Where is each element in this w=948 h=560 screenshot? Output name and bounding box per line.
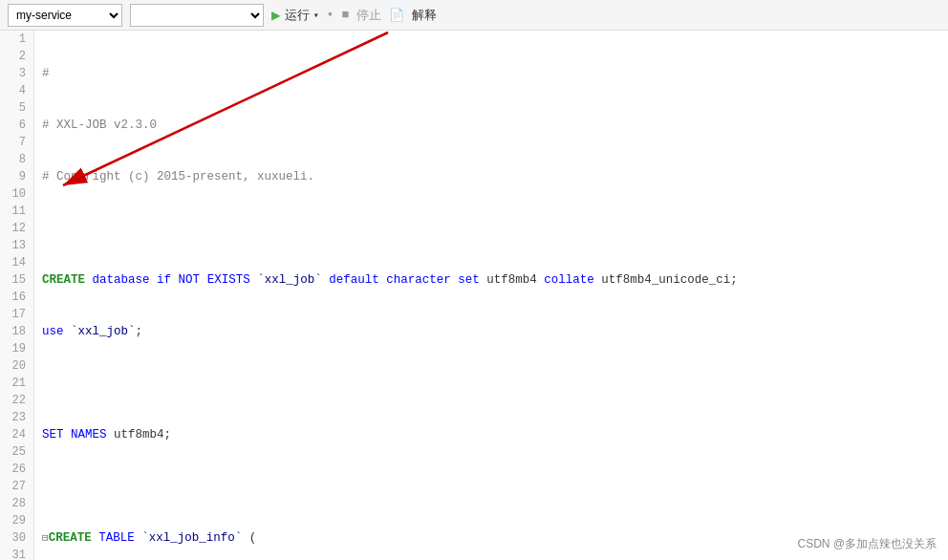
play-icon: ▶: [271, 6, 281, 25]
watermark: CSDN @多加点辣也没关系: [797, 535, 937, 552]
toolbar-sep1: ▪: [327, 8, 334, 22]
code-line-7: [42, 375, 940, 392]
code-line-1: #: [42, 65, 940, 82]
run-button[interactable]: 运行: [285, 7, 310, 24]
explain-icon: 📄: [389, 8, 404, 23]
code-line-9: [42, 478, 940, 495]
query-select[interactable]: [130, 4, 264, 27]
code-editor[interactable]: # # XXL-JOB v2.3.0 # Copyright (c) 2015-…: [34, 31, 948, 560]
code-line-5: CREATE database if NOT EXISTS `xxl_job` …: [42, 271, 940, 289]
explain-button[interactable]: 解释: [412, 7, 437, 24]
service-select[interactable]: my-service: [8, 4, 122, 27]
code-line-3: # Copyright (c) 2015-present, xuxueli.: [42, 168, 940, 185]
line-numbers: 1 2 3 4 5 6 7 8 9 10 11 12 13 14 15 16 1…: [0, 31, 34, 560]
code-line-8: SET NAMES utf8mb4;: [42, 426, 940, 443]
stop-icon: ■: [341, 8, 349, 22]
code-line-4: [42, 220, 940, 237]
code-line-6: use `xxl_job`;: [42, 323, 940, 340]
stop-button[interactable]: 停止: [356, 7, 381, 24]
editor-area: 1 2 3 4 5 6 7 8 9 10 11 12 13 14 15 16 1…: [0, 31, 948, 560]
code-line-2: # XXL-JOB v2.3.0: [42, 117, 940, 134]
toolbar: my-service ▶ 运行 ▾ ▪ ■ 停止 📄 解释: [0, 0, 948, 31]
svg-line-1: [63, 32, 388, 185]
dropdown-arrow-icon[interactable]: ▾: [313, 10, 319, 21]
